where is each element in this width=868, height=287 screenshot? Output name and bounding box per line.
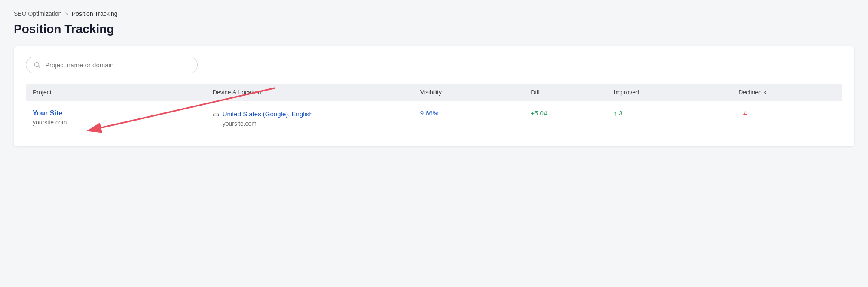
col-header-diff: Diff ≡ <box>524 84 607 101</box>
cell-visibility: 9.66% <box>413 101 524 136</box>
col-header-project: Project ≡ <box>26 84 206 101</box>
col-label-device: Device & Location <box>213 89 261 96</box>
breadcrumb-separator: > <box>65 11 68 17</box>
search-input[interactable] <box>45 61 189 69</box>
search-icon <box>34 62 41 69</box>
svg-line-1 <box>39 66 40 68</box>
search-box <box>26 57 198 73</box>
device-cell: ▭ United States (Google), English yoursi… <box>213 109 406 127</box>
cell-project: Your Site yoursite.com <box>26 101 206 136</box>
col-label-diff: Diff <box>531 89 540 96</box>
col-header-visibility: Visibility ≡ <box>413 84 524 101</box>
breadcrumb-current: Position Tracking <box>72 10 118 17</box>
cell-improved: ↑ 3 <box>607 101 732 136</box>
device-info: United States (Google), English yoursite… <box>223 109 313 127</box>
cell-device: ▭ United States (Google), English yoursi… <box>206 101 413 136</box>
page-title: Position Tracking <box>14 22 854 36</box>
table-row: Your Site yoursite.com ▭ United States (… <box>26 101 842 136</box>
filter-icon-declined[interactable]: ≡ <box>775 90 778 95</box>
site-domain: yoursite.com <box>33 119 199 126</box>
device-location-domain: yoursite.com <box>223 120 313 127</box>
cell-diff: +5.04 <box>524 101 607 136</box>
breadcrumb-parent[interactable]: SEO Optimization <box>14 10 61 17</box>
table-header-row: Project ≡ Device & Location Visibility ≡… <box>26 84 842 101</box>
improved-value: ↑ 3 <box>614 109 623 117</box>
declined-value: ↓ 4 <box>738 109 747 117</box>
col-header-device: Device & Location <box>206 84 413 101</box>
visibility-value: 9.66% <box>420 109 439 117</box>
search-row <box>26 57 842 73</box>
data-table: Project ≡ Device & Location Visibility ≡… <box>26 84 842 136</box>
filter-icon-visibility[interactable]: ≡ <box>446 90 448 95</box>
device-mobile-icon: ▭ <box>213 110 219 118</box>
table-container: Project ≡ Device & Location Visibility ≡… <box>26 84 842 136</box>
filter-icon-improved[interactable]: ≡ <box>649 90 652 95</box>
device-location-link[interactable]: United States (Google), English <box>223 109 313 118</box>
col-label-project: Project <box>33 89 52 96</box>
cell-declined: ↓ 4 <box>731 101 842 136</box>
filter-icon-diff[interactable]: ≡ <box>544 90 546 95</box>
site-name[interactable]: Your Site <box>33 109 199 117</box>
breadcrumb: SEO Optimization > Position Tracking <box>14 10 854 17</box>
diff-value: +5.04 <box>531 109 547 117</box>
col-header-declined: Declined k... ≡ <box>731 84 842 101</box>
col-label-improved: Improved ... <box>614 89 646 96</box>
content-card: Project ≡ Device & Location Visibility ≡… <box>14 46 854 146</box>
col-header-improved: Improved ... ≡ <box>607 84 732 101</box>
filter-icon-project[interactable]: ≡ <box>55 90 58 95</box>
col-label-declined: Declined k... <box>738 89 771 96</box>
col-label-visibility: Visibility <box>420 89 442 96</box>
